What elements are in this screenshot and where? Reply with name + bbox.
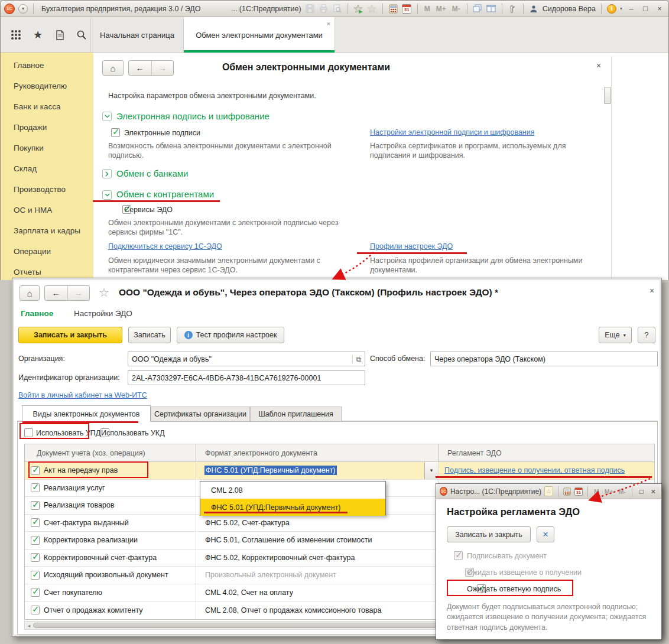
expand-banks-icon[interactable]	[102, 169, 112, 178]
regulation-save-close-button[interactable]: Записать и закрыть	[447, 526, 531, 542]
maximize-button[interactable]: □	[637, 487, 646, 496]
profile-back-button[interactable]: ←	[45, 286, 67, 300]
edo-services-label[interactable]: Сервисы ЭДО	[124, 206, 173, 214]
format-cell-editing[interactable]: ФНС 5.01 (УПД:Первичный документ)▾	[196, 462, 439, 479]
electronic-signatures-label[interactable]: Электронные подписи	[124, 129, 200, 137]
favorite-icon[interactable]: ☆	[544, 486, 553, 496]
row-checkbox[interactable]	[31, 501, 40, 510]
save-icon[interactable]	[305, 4, 315, 14]
table-row[interactable]: Акт на передачу прав ФНС 5.01 (УПД:Перви…	[25, 462, 654, 480]
use-ukd-label[interactable]: Использовать УКД	[101, 429, 165, 437]
row-checkbox[interactable]	[31, 571, 40, 580]
preview-icon[interactable]	[332, 4, 342, 14]
format-dropdown-button[interactable]: ▾	[424, 462, 438, 479]
calendar-icon[interactable]: 31	[402, 4, 412, 14]
use-upd-label[interactable]: Использовать УПД	[36, 429, 100, 437]
memory-mminus-button[interactable]: M-	[451, 5, 462, 13]
minimize-button[interactable]: –	[626, 4, 636, 13]
row-checkbox[interactable]	[31, 536, 40, 545]
menu-grid-icon[interactable]	[10, 29, 22, 41]
calculator-icon[interactable]	[388, 4, 398, 14]
sidebar-item-salary[interactable]: Зарплата и кадры	[1, 220, 93, 241]
split-window-icon[interactable]	[486, 4, 496, 14]
section-banks-title[interactable]: Обмен с банками	[116, 168, 189, 178]
sidebar-item-operations[interactable]: Операции	[1, 241, 93, 262]
connect-1c-edo-link[interactable]: Подключиться к сервису 1С-ЭДО	[108, 242, 222, 251]
dropdown-option-fns[interactable]: ФНС 5.01 (УПД:Первичный документ)	[200, 499, 385, 516]
row-checkbox[interactable]	[31, 466, 40, 475]
sidebar-item-bank[interactable]: Банк и касса	[1, 96, 93, 117]
test-profile-button[interactable]: iТест профиля настроек	[177, 327, 284, 343]
row-checkbox[interactable]	[31, 518, 40, 527]
save-button[interactable]: Записать	[128, 327, 171, 343]
more-button[interactable]: Еще▾	[599, 327, 632, 343]
edo-profiles-link[interactable]: Профили настроек ЭДО	[370, 242, 453, 251]
sidebar-item-production[interactable]: Производство	[1, 179, 93, 200]
org-field[interactable]: ООО "Одежда и обувь" ⧉	[128, 352, 365, 366]
sidebar-item-os-nma[interactable]: ОС и НМА	[1, 200, 93, 220]
favorite-icon[interactable]	[367, 4, 377, 14]
sidebar-item-manager[interactable]: Руководителю	[1, 76, 93, 96]
tab-edx-active[interactable]: Обмен электронными документами ×	[184, 17, 335, 53]
memory-mplus-button[interactable]: M+	[435, 5, 447, 13]
memory-mminus-button[interactable]: M-	[618, 488, 627, 495]
sidebar-item-warehouse[interactable]: Склад	[1, 158, 93, 179]
history-icon[interactable]	[54, 29, 66, 41]
electronic-signatures-checkbox[interactable]	[111, 128, 120, 137]
row-checkbox[interactable]	[31, 483, 40, 492]
col-format-header[interactable]: Формат электронного документа	[196, 444, 439, 461]
search-icon[interactable]	[76, 29, 87, 41]
favorite-star-icon[interactable]: ☆	[99, 285, 109, 300]
memory-mplus-button[interactable]: M+	[603, 488, 615, 495]
service-settings-wrench-icon[interactable]	[508, 4, 518, 14]
maximize-button[interactable]: □	[640, 4, 651, 13]
close-button[interactable]: ×	[654, 4, 665, 13]
row-checkbox[interactable]	[31, 588, 40, 597]
memory-m-button[interactable]: M	[593, 488, 600, 495]
profile-home-button[interactable]: ⌂	[20, 285, 40, 301]
scroll-left-icon[interactable]: ◂	[25, 623, 33, 629]
collapse-signature-icon[interactable]	[102, 112, 112, 121]
regulation-link[interactable]: Подпись, извещение о получении, ответная…	[444, 466, 625, 474]
org-picker-icon[interactable]: ⧉	[352, 355, 361, 363]
tab-document-types[interactable]: Виды электронных документов	[22, 405, 151, 422]
profile-forward-button[interactable]: →	[67, 286, 90, 300]
row-checkbox[interactable]	[31, 606, 40, 614]
favorites-star-icon[interactable]: ★	[32, 29, 44, 41]
current-user-name[interactable]: Сидорова Вера	[543, 5, 596, 13]
profile-close-icon[interactable]: ×	[649, 286, 654, 295]
scrollbar-thumb[interactable]	[604, 87, 611, 104]
row-checkbox[interactable]	[31, 553, 40, 562]
cascade-windows-icon[interactable]	[473, 4, 483, 14]
col-regulation-header[interactable]: Регламент ЭДО	[439, 444, 654, 461]
help-button[interactable]: ?	[638, 327, 655, 343]
collapse-partners-icon[interactable]	[102, 190, 112, 200]
dropdown-option-cml[interactable]: CML 2.08	[200, 482, 385, 499]
tab-home[interactable]: Начальная страница	[90, 17, 184, 53]
org-id-field[interactable]: 2AL-A7303297-E6CA-4BD6-A738-41BCA7619276…	[128, 370, 365, 385]
use-upd-checkbox[interactable]	[24, 428, 33, 437]
tab-close-icon[interactable]: ×	[327, 20, 330, 27]
await-response-signature-label[interactable]: Ожидать ответную подпись	[467, 585, 561, 593]
calculator-icon[interactable]	[563, 486, 571, 496]
print-icon[interactable]	[319, 4, 329, 14]
col-doc-header[interactable]: Документ учета (хоз. операция)	[25, 444, 196, 461]
calendar-icon[interactable]: 31	[574, 486, 583, 496]
menu-main[interactable]: Главное	[21, 309, 53, 318]
save-and-close-button[interactable]: Записать и закрыть	[18, 327, 122, 343]
memory-m-button[interactable]: M	[423, 5, 431, 13]
close-button[interactable]: ×	[649, 487, 658, 496]
sidebar-item-purchases[interactable]: Покупки	[1, 138, 93, 158]
menu-edo-settings[interactable]: Настройки ЭДО	[74, 309, 132, 318]
tab-certificates[interactable]: Сертификаты организации	[151, 406, 250, 421]
info-dropdown-icon[interactable]: ▾	[620, 6, 622, 11]
home-button[interactable]: ⌂	[102, 60, 124, 76]
sidebar-item-main[interactable]: Главное	[1, 55, 93, 76]
add-favorite-icon[interactable]	[353, 4, 363, 14]
tab-invitation-template[interactable]: Шаблон приглашения	[250, 406, 342, 421]
system-menu-button[interactable]: ▾	[18, 4, 28, 14]
regulation-cancel-button[interactable]: ✕	[537, 526, 554, 542]
section-signature-title[interactable]: Электронная подпись и шифрование	[116, 111, 269, 121]
section-partners-title[interactable]: Обмен с контрагентами	[116, 189, 214, 199]
sidebar-item-sales[interactable]: Продажи	[1, 117, 93, 138]
